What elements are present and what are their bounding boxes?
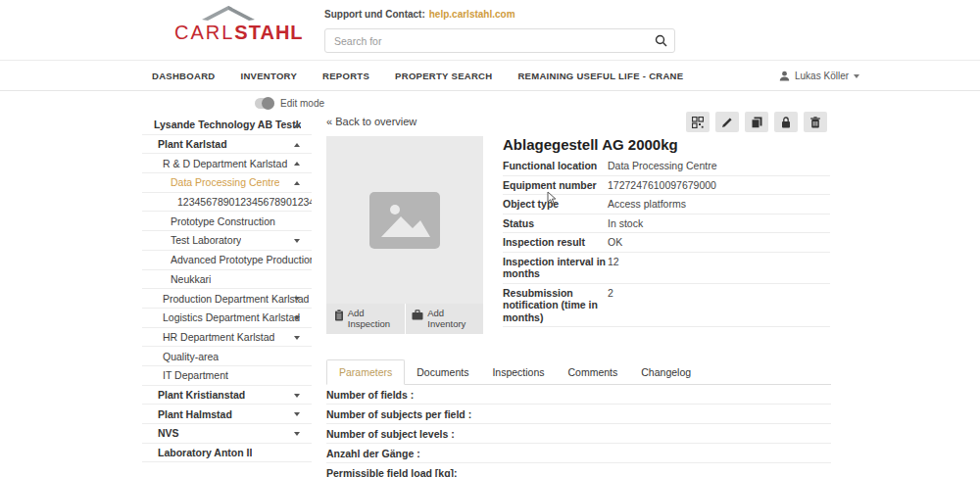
tab-changelog[interactable]: Changelog xyxy=(629,360,703,384)
tree-item-test-laboratory[interactable]: Test Laboratory xyxy=(142,231,312,251)
parameters-list: Number of fields : Number of subjects pe… xyxy=(326,385,831,477)
back-to-overview-link[interactable]: « Back to overview xyxy=(326,116,416,127)
detail-row-functional-location: Functional location Data Processing Cent… xyxy=(503,157,830,176)
user-icon xyxy=(779,71,790,81)
nav-remaining-useful-life[interactable]: REMAINING USEFUL LIFE - CRANE xyxy=(517,71,683,81)
equipment-title: Ablagegestell AG 2000kg xyxy=(503,136,678,153)
tab-inspections[interactable]: Inspections xyxy=(480,360,556,384)
tree-item-number[interactable]: 123456789012345678901234567890 xyxy=(142,193,312,213)
action-toolbar xyxy=(686,112,827,132)
copy-button[interactable] xyxy=(745,112,768,132)
tree-item-neukkari[interactable]: Neukkari xyxy=(142,270,312,290)
user-name: Lukas Köller xyxy=(795,71,849,81)
tree-item-quality-area[interactable]: Quality-area xyxy=(142,347,312,366)
param-permissible-field-load: Permissible field load [kg]: xyxy=(326,463,831,477)
detail-row-inspection-interval: Inspection interval in months 12 xyxy=(503,253,830,284)
user-menu[interactable]: Lukas Köller xyxy=(779,61,859,91)
nav-dashboard[interactable]: DASHBOARD xyxy=(152,71,215,81)
nav-inventory[interactable]: INVENTORY xyxy=(240,71,297,81)
edit-mode-toggle[interactable] xyxy=(255,98,274,109)
copy-icon xyxy=(751,117,762,128)
pencil-icon xyxy=(721,117,733,128)
detail-row-object-type: Object type Access platforms xyxy=(503,195,830,215)
chevron-down-icon[interactable] xyxy=(294,316,300,320)
lock-icon xyxy=(780,117,792,128)
tab-parameters[interactable]: Parameters xyxy=(326,359,405,385)
chevron-down-icon[interactable] xyxy=(294,336,300,340)
tree-item-advanced-prototype-production[interactable]: Advanced Prototype Production xyxy=(142,251,312,270)
tree-item-rd-department[interactable]: R & D Department Karlstad xyxy=(142,154,312,173)
support-link[interactable]: help.carlstahl.com xyxy=(429,9,515,20)
search-icon[interactable] xyxy=(655,34,667,47)
search-input[interactable] xyxy=(334,29,648,52)
location-tree: Lysande Technology AB Testkunde Plant Ka… xyxy=(142,116,312,462)
header: CARLSTAHL Support und Contact:help.carls… xyxy=(0,0,980,61)
tab-comments[interactable]: Comments xyxy=(557,360,630,384)
param-subject-levels: Number of subject levels : xyxy=(326,424,831,444)
tab-documents[interactable]: Documents xyxy=(405,360,480,384)
chevron-down-icon[interactable] xyxy=(294,239,300,243)
image-placeholder-icon xyxy=(368,190,442,251)
carl-stahl-logo[interactable]: CARLSTAHL xyxy=(174,6,282,44)
delete-button[interactable] xyxy=(804,112,827,132)
detail-tabs: Parameters Documents Inspections Comment… xyxy=(326,360,831,385)
chevron-down-icon[interactable] xyxy=(294,394,300,398)
tree-item-plant-karlstad[interactable]: Plant Karlstad xyxy=(142,135,312,155)
clipboard-icon xyxy=(334,310,344,321)
chevron-up-icon[interactable] xyxy=(294,181,300,185)
logo-text: CARLSTAHL xyxy=(174,22,282,44)
tree-item-hr-department[interactable]: HR Department Karlstad xyxy=(142,328,312,348)
detail-row-status: Status In stock xyxy=(503,215,830,234)
param-subjects-per-field: Number of subjects per field : xyxy=(326,405,831,424)
param-number-of-fields: Number of fields : xyxy=(326,385,831,405)
briefcase-icon xyxy=(412,310,423,320)
app-screen: CARLSTAHL Support und Contact:help.carls… xyxy=(0,0,980,477)
chevron-up-icon[interactable] xyxy=(294,123,300,127)
chevron-down-icon xyxy=(854,74,859,78)
detail-row-equipment-number: Equipment number 1727247610097679000 xyxy=(503,176,830,196)
toggle-knob xyxy=(262,97,274,110)
param-anzahl-der-gaenge: Anzahl der Gänge : xyxy=(326,444,831,463)
add-inspection-button[interactable]: Add Inspection xyxy=(326,304,405,334)
chevron-down-icon[interactable] xyxy=(294,297,300,301)
qr-code-icon xyxy=(692,117,704,128)
chevron-down-icon[interactable] xyxy=(294,412,300,416)
detail-row-inspection-result: Inspection result OK xyxy=(503,233,830,253)
equipment-details: Functional location Data Processing Cent… xyxy=(503,157,830,327)
support-contact: Support und Contact:help.carlstahl.com xyxy=(324,9,515,20)
trash-icon xyxy=(809,117,821,128)
chevron-up-icon[interactable] xyxy=(294,162,300,166)
equipment-image-placeholder xyxy=(326,136,483,304)
add-buttons-bar: Add Inspection Add Inventory xyxy=(326,304,483,334)
tree-item-nvs[interactable]: NVS xyxy=(142,424,312,444)
detail-row-resubmission-notification: Resubmission notification (time in month… xyxy=(503,284,830,328)
qr-code-button[interactable] xyxy=(686,112,710,132)
add-inventory-button[interactable]: Add Inventory xyxy=(405,304,484,334)
edit-mode-control: Edit mode xyxy=(255,98,324,109)
tree-item-plant-halmstad[interactable]: Plant Halmstad xyxy=(142,405,312,424)
tree-item-plant-kristianstad[interactable]: Plant Kristianstad xyxy=(142,386,312,405)
search-box xyxy=(324,28,675,53)
lock-button[interactable] xyxy=(774,112,798,132)
tree-item-lysande-technology[interactable]: Lysande Technology AB Testkunde xyxy=(142,116,312,135)
nav-reports[interactable]: REPORTS xyxy=(322,71,369,81)
tree-item-prototype-construction[interactable]: Prototype Construction xyxy=(142,212,312,231)
chevron-up-icon[interactable] xyxy=(294,143,300,147)
nav-property-search[interactable]: PROPERTY SEARCH xyxy=(395,71,492,81)
edit-button[interactable] xyxy=(715,112,739,132)
chevron-down-icon[interactable] xyxy=(294,432,300,436)
tree-item-laboratory-anton[interactable]: Laboratory Anton II xyxy=(142,444,312,463)
edit-mode-label: Edit mode xyxy=(280,98,324,109)
tree-item-logistics-department[interactable]: Logistics Department Karlstad xyxy=(142,309,312,328)
tree-item-production-department[interactable]: Production Department Karlstad xyxy=(142,289,312,309)
logo-roof-icon xyxy=(200,6,257,21)
tree-item-it-department[interactable]: IT Department xyxy=(142,366,312,386)
main-nav: DASHBOARD INVENTORY REPORTS PROPERTY SEA… xyxy=(0,61,980,91)
tree-item-data-processing-centre[interactable]: Data Processing Centre xyxy=(142,173,312,193)
